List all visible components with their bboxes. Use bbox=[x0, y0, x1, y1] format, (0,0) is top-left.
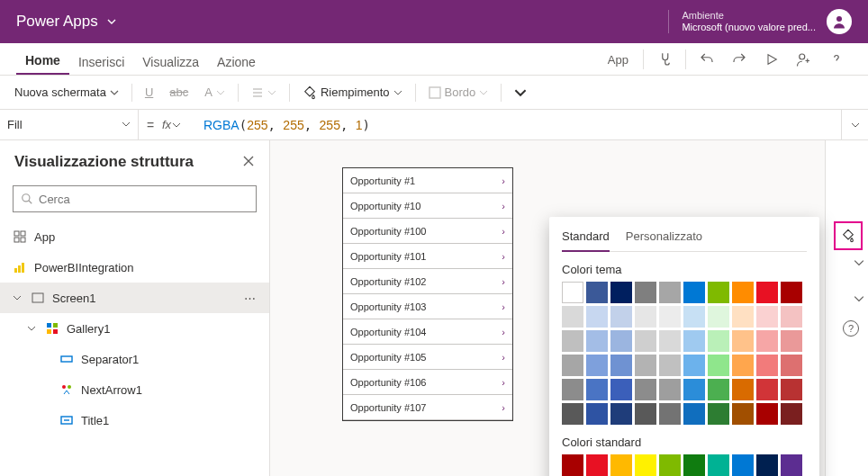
color-swatch[interactable] bbox=[683, 306, 705, 328]
gallery-item[interactable]: Opportunity #100› bbox=[343, 219, 512, 244]
chevron-down-icon[interactable] bbox=[854, 293, 864, 307]
gallery-item[interactable]: Opportunity #103› bbox=[343, 294, 512, 319]
color-swatch[interactable] bbox=[732, 306, 754, 328]
color-swatch[interactable] bbox=[708, 355, 729, 376]
color-swatch[interactable] bbox=[562, 306, 583, 328]
color-swatch[interactable] bbox=[562, 355, 583, 376]
user-avatar[interactable] bbox=[827, 9, 852, 34]
redo-icon[interactable] bbox=[724, 44, 755, 75]
color-swatch[interactable] bbox=[683, 355, 705, 376]
color-swatch[interactable] bbox=[732, 403, 754, 425]
color-swatch[interactable] bbox=[659, 355, 681, 376]
color-swatch[interactable] bbox=[708, 454, 729, 476]
gallery-item[interactable]: Opportunity #101› bbox=[343, 244, 512, 269]
gallery-item[interactable]: Opportunity #102› bbox=[343, 269, 512, 294]
color-swatch[interactable] bbox=[659, 454, 681, 476]
color-swatch[interactable] bbox=[732, 282, 754, 303]
app-settings-label[interactable]: App bbox=[599, 53, 637, 67]
color-swatch[interactable] bbox=[732, 454, 754, 476]
help-icon[interactable] bbox=[821, 44, 852, 75]
color-swatch[interactable] bbox=[756, 282, 778, 303]
strikethrough-icon[interactable]: abc bbox=[162, 79, 195, 106]
color-swatch[interactable] bbox=[781, 403, 802, 425]
color-swatch[interactable] bbox=[708, 330, 729, 352]
color-swatch[interactable] bbox=[732, 330, 754, 352]
color-swatch[interactable] bbox=[610, 282, 632, 303]
gallery-item[interactable]: Opportunity #104› bbox=[343, 319, 512, 345]
color-swatch[interactable] bbox=[586, 306, 608, 328]
color-swatch[interactable] bbox=[756, 330, 778, 352]
expand-formula-icon[interactable] bbox=[841, 110, 868, 139]
gallery-item[interactable]: Opportunity #105› bbox=[343, 345, 512, 370]
more-options-icon[interactable] bbox=[507, 79, 534, 106]
color-swatch[interactable] bbox=[635, 454, 656, 476]
color-swatch[interactable] bbox=[586, 355, 608, 376]
color-tab-standard[interactable]: Standard bbox=[562, 226, 610, 252]
color-swatch[interactable] bbox=[708, 379, 729, 400]
color-swatch[interactable] bbox=[683, 282, 705, 303]
color-swatch[interactable] bbox=[683, 330, 705, 352]
help-badge-icon[interactable]: ? bbox=[843, 320, 859, 337]
app-checker-icon[interactable] bbox=[649, 44, 680, 75]
environment-picker[interactable]: Ambiente Microsoft (nuovo valore pred... bbox=[668, 10, 816, 33]
color-swatch[interactable] bbox=[732, 355, 754, 376]
undo-icon[interactable] bbox=[692, 44, 722, 75]
tree-node-separator1[interactable]: Separator1 bbox=[0, 344, 269, 374]
tree-node-powerbi[interactable]: PowerBIIntegration bbox=[0, 252, 269, 283]
color-swatch[interactable] bbox=[610, 306, 632, 328]
color-swatch[interactable] bbox=[586, 330, 608, 352]
color-swatch[interactable] bbox=[781, 330, 802, 352]
color-swatch[interactable] bbox=[586, 403, 608, 425]
color-swatch[interactable] bbox=[659, 330, 681, 352]
color-swatch[interactable] bbox=[683, 403, 705, 425]
color-swatch[interactable] bbox=[586, 454, 608, 476]
color-swatch[interactable] bbox=[586, 379, 608, 400]
color-swatch[interactable] bbox=[756, 403, 778, 425]
color-swatch[interactable] bbox=[683, 379, 705, 400]
color-swatch[interactable] bbox=[781, 282, 802, 303]
color-swatch[interactable] bbox=[635, 403, 656, 425]
close-panel-icon[interactable] bbox=[242, 155, 255, 170]
color-swatch[interactable] bbox=[610, 330, 632, 352]
caret-icon[interactable] bbox=[27, 322, 38, 336]
color-swatch[interactable] bbox=[635, 379, 656, 400]
tree-node-screen1[interactable]: Screen1 ⋯ bbox=[0, 283, 269, 313]
search-input[interactable] bbox=[39, 193, 249, 206]
color-swatch[interactable] bbox=[635, 330, 656, 352]
fx-icon[interactable]: fx bbox=[162, 118, 198, 131]
color-swatch[interactable] bbox=[610, 454, 632, 476]
color-swatch[interactable] bbox=[635, 282, 656, 303]
gallery-item[interactable]: Opportunity #1› bbox=[343, 168, 512, 193]
color-swatch[interactable] bbox=[610, 379, 632, 400]
underline-icon[interactable]: U bbox=[138, 79, 160, 106]
tree-node-nextarrow1[interactable]: NextArrow1 bbox=[0, 374, 269, 405]
tab-action[interactable]: Azione bbox=[208, 49, 265, 75]
color-swatch[interactable] bbox=[659, 282, 681, 303]
tab-insert[interactable]: Inserisci bbox=[69, 49, 133, 75]
gallery-item[interactable]: Opportunity #10› bbox=[343, 193, 512, 219]
more-icon[interactable]: ⋯ bbox=[244, 292, 257, 305]
color-swatch[interactable] bbox=[708, 403, 729, 425]
color-swatch[interactable] bbox=[586, 282, 608, 303]
color-swatch[interactable] bbox=[708, 306, 729, 328]
color-swatch[interactable] bbox=[708, 282, 729, 303]
tree-node-gallery1[interactable]: Gallery1 bbox=[0, 313, 269, 344]
tree-node-app[interactable]: App bbox=[0, 221, 269, 252]
color-swatch[interactable] bbox=[756, 454, 778, 476]
tree-search[interactable] bbox=[13, 185, 257, 212]
color-swatch[interactable] bbox=[756, 306, 778, 328]
color-swatch[interactable] bbox=[659, 379, 681, 400]
color-swatch[interactable] bbox=[756, 379, 778, 400]
gallery-item[interactable]: Opportunity #107› bbox=[343, 395, 512, 420]
tree-node-title1[interactable]: Title1 bbox=[0, 405, 269, 436]
share-icon[interactable] bbox=[789, 44, 819, 75]
color-swatch[interactable] bbox=[756, 355, 778, 376]
formula-input[interactable]: RGBA(255, 255, 255, 1) bbox=[198, 118, 841, 132]
color-swatch[interactable] bbox=[781, 379, 802, 400]
gallery-item[interactable]: Opportunity #106› bbox=[343, 370, 512, 395]
tab-home[interactable]: Home bbox=[16, 47, 69, 75]
font-color-icon[interactable]: A bbox=[197, 79, 232, 106]
color-tab-custom[interactable]: Personalizzato bbox=[626, 226, 702, 251]
color-swatch[interactable] bbox=[781, 454, 802, 476]
color-swatch[interactable] bbox=[635, 306, 656, 328]
